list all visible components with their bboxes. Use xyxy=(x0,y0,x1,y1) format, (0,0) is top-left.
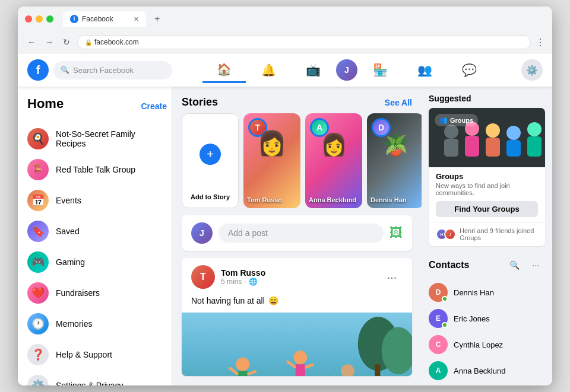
story-card-anna-becklund[interactable]: A 👩 Anna Becklund xyxy=(305,113,362,208)
tab-favicon: f xyxy=(70,15,78,23)
create-button[interactable]: Create xyxy=(141,101,167,111)
sidebar-label-saved: Saved xyxy=(56,227,80,236)
sidebar-item-family-recipes[interactable]: 🍳 Not-So-Secret Family Recipes xyxy=(23,123,167,154)
svg-rect-38 xyxy=(486,138,500,157)
groups-icon: 👥 xyxy=(439,116,448,124)
svg-rect-40 xyxy=(506,140,521,157)
sidebar-item-gaming[interactable]: 🎮 Gaming xyxy=(23,247,167,278)
add-story-card[interactable]: + Add to Story xyxy=(182,113,239,208)
contacts-more-button[interactable]: ··· xyxy=(526,256,545,275)
svg-rect-13 xyxy=(238,371,248,376)
contacts-actions: 🔍 ··· xyxy=(505,256,545,275)
contacts-section: Contacts 🔍 ··· D Dennis Han E xyxy=(429,253,545,385)
add-story-icon: + xyxy=(200,144,221,165)
story-name-anna-becklund: Anna Becklund xyxy=(309,196,359,203)
lock-icon: 🔒 xyxy=(85,39,92,46)
contact-avatar-eric-jones: E xyxy=(429,309,448,328)
contact-item-eric-jones[interactable]: E Eric Jones xyxy=(429,305,545,332)
address-bar[interactable]: 🔒 facebook.com xyxy=(77,35,531,49)
find-groups-button[interactable]: Find Your Groups xyxy=(436,201,538,217)
sidebar-item-fundraisers[interactable]: ❤️ Fundraisers xyxy=(23,278,167,308)
nav-home-button[interactable]: 🏠 xyxy=(202,58,246,83)
search-bar[interactable]: 🔍 Search Facebook xyxy=(53,61,172,79)
social-avatar-2: J xyxy=(444,228,456,240)
feed: Stories See All + Add to Story T 👩 xyxy=(172,87,422,385)
post-image xyxy=(182,313,412,376)
composer-avatar: J xyxy=(191,222,213,244)
contact-name-cynthia-lopez: Cynthia Lopez xyxy=(454,340,503,349)
story-visual-dennis-han: 🪴 xyxy=(382,134,409,155)
social-proof-text: Henri and 9 friends joined Groups xyxy=(460,227,538,241)
nav-notifications-button[interactable]: 🔔 xyxy=(247,58,290,82)
svg-point-12 xyxy=(236,358,249,371)
sidebar-item-saved[interactable]: 🔖 Saved xyxy=(23,216,167,247)
sidebar-label-gaming: Gaming xyxy=(56,257,85,267)
post-time: 5 mins xyxy=(221,278,242,286)
contact-item-cynthia-lopez[interactable]: C Cynthia Lopez xyxy=(429,332,545,358)
forward-button[interactable]: → xyxy=(43,36,56,48)
tab-close-button[interactable]: ✕ xyxy=(134,15,139,23)
stories-header: Stories See All xyxy=(182,96,412,109)
post-input[interactable]: Add a post xyxy=(218,224,384,243)
nav-messenger-button[interactable]: 💬 xyxy=(448,58,491,82)
svg-point-33 xyxy=(444,125,458,139)
sidebar-item-memories[interactable]: 🕐 Memories xyxy=(23,308,167,339)
sidebar-label-red-table: Red Table Talk Group xyxy=(56,165,135,174)
post-emoji: 😄 xyxy=(268,296,278,305)
social-avatars: H J xyxy=(436,228,456,240)
browser-tab[interactable]: f Facebook ✕ xyxy=(63,11,146,27)
post-menu-button[interactable]: ··· xyxy=(381,266,403,288)
dot-green[interactable] xyxy=(46,15,53,23)
dot-yellow[interactable] xyxy=(36,15,43,23)
story-card-tom-russo[interactable]: T 👩 Tom Russo xyxy=(243,113,300,208)
svg-point-41 xyxy=(527,122,542,136)
sidebar-item-events[interactable]: 📅 Events xyxy=(23,185,167,216)
top-navigation: f 🔍 Search Facebook 🏠 🔔 📺 J 🏪 👥 💬 ⚙️ xyxy=(18,53,552,87)
post-composer: J Add a post 🖼 xyxy=(182,215,412,251)
social-proof: H J Henri and 9 friends joined Groups xyxy=(429,222,545,246)
contacts-header: Contacts 🔍 ··· xyxy=(429,253,545,279)
post-card: T Tom Russo 5 mins · 🌐 ··· Not havi xyxy=(182,258,412,376)
add-photo-button[interactable]: 🖼 xyxy=(390,225,403,241)
sidebar-icon-settings: ⚙️ xyxy=(27,375,49,385)
suggested-groups-title: Groups xyxy=(436,172,538,181)
refresh-button[interactable]: ↻ xyxy=(61,36,72,48)
new-tab-button[interactable]: + xyxy=(151,14,163,24)
post-author-avatar: T xyxy=(191,265,215,289)
facebook-app: f 🔍 Search Facebook 🏠 🔔 📺 J 🏪 👥 💬 ⚙️ xyxy=(18,53,552,385)
online-indicator xyxy=(442,296,448,302)
contact-item-anna-becklund[interactable]: A Anna Becklund xyxy=(429,358,545,384)
contact-item-aiden-brown[interactable]: A Aiden Brown xyxy=(429,384,545,385)
suggested-title: Suggested xyxy=(429,94,545,103)
svg-rect-36 xyxy=(465,136,479,157)
sidebar-icon-red-table: 🪑 xyxy=(27,159,49,180)
sidebar-item-red-table[interactable]: 🪑 Red Table Talk Group xyxy=(23,154,167,185)
suggested-banner: 👥 Groups xyxy=(429,108,545,167)
back-button[interactable]: ← xyxy=(25,36,38,48)
nav-marketplace-button[interactable]: 🏪 xyxy=(359,58,402,82)
facebook-logo[interactable]: f xyxy=(27,59,49,81)
contact-name-eric-jones: Eric Jones xyxy=(454,314,490,323)
contacts-search-button[interactable]: 🔍 xyxy=(505,256,524,275)
nav-watch-button[interactable]: 📺 xyxy=(292,58,335,82)
sidebar-item-help[interactable]: ❓ Help & Support xyxy=(23,339,167,370)
svg-rect-34 xyxy=(444,139,458,157)
see-all-stories-button[interactable]: See All xyxy=(385,98,412,107)
address-url: facebook.com xyxy=(94,38,139,46)
browser-titlebar: f Facebook ✕ + xyxy=(18,7,552,31)
post-author-name: Tom Russo xyxy=(221,268,375,278)
suggested-content: Groups New ways to find and join communi… xyxy=(429,167,545,222)
sidebar-item-settings[interactable]: ⚙️ Settings & Privacy xyxy=(23,370,167,385)
contacts-title: Contacts xyxy=(429,260,469,270)
nav-profile-avatar[interactable]: J xyxy=(336,59,357,81)
dot-red[interactable] xyxy=(25,15,32,23)
settings-button[interactable]: ⚙️ xyxy=(521,59,543,81)
browser-menu-button[interactable]: ⋮ xyxy=(536,37,545,48)
sidebar-icon-events: 📅 xyxy=(27,190,49,211)
story-card-dennis-han[interactable]: D 🪴 Dennis Han xyxy=(367,113,422,208)
sidebar: Home Create 🍳 Not-So-Secret Family Recip… xyxy=(18,87,172,385)
contact-avatar-anna-becklund: A xyxy=(429,361,448,380)
contact-item-dennis-han[interactable]: D Dennis Han xyxy=(429,279,545,305)
stories-section: Stories See All + Add to Story T 👩 xyxy=(182,96,412,208)
nav-groups-button[interactable]: 👥 xyxy=(403,58,446,82)
